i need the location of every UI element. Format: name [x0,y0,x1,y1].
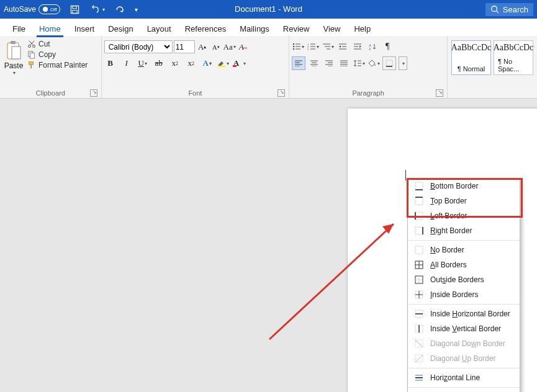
ribbon-tabs: File Home Insert Design Layout Reference… [0,19,537,36]
autosave-label: AutoSave [4,5,36,14]
align-left-button[interactable] [292,56,305,70]
highlight-button[interactable]: ▾ [217,57,230,69]
menu-inside-borders[interactable]: Inside Borders [408,287,520,302]
qat-customize[interactable]: ▾ [133,5,139,14]
svg-rect-69 [415,246,423,254]
font-color-button[interactable]: A▾ [233,57,246,69]
menu-inside-horizontal[interactable]: Inside Horizontal Border [408,306,520,321]
svg-point-18 [292,46,294,48]
justify-button[interactable] [338,57,350,69]
tab-file[interactable]: File [6,22,32,36]
svg-rect-61 [415,182,423,190]
undo-button[interactable]: ▾ [88,4,106,15]
borders-button[interactable] [382,56,396,70]
no-border-icon [414,245,424,255]
menu-diagonal-up: Diagonal Up Border [408,351,520,366]
menu-no-border[interactable]: No Border [408,243,520,257]
show-marks-button[interactable]: ¶ [381,40,394,53]
bold-button[interactable]: B [104,57,117,69]
menu-inside-vertical[interactable]: Inside Vertical Border [408,321,520,336]
menu-bottom-border[interactable]: Bottom Border [408,179,520,194]
svg-rect-1 [72,6,76,8]
svg-rect-11 [30,53,34,58]
shrink-font-button[interactable]: A▾ [210,41,222,53]
clipboard-group-label: Clipboard [36,89,65,97]
svg-point-19 [292,48,294,50]
clipboard-dialog-launcher[interactable]: ↘ [90,89,97,97]
menu-right-border[interactable]: Right Border [408,223,520,238]
inside-vertical-icon [414,324,424,334]
svg-rect-12 [29,62,34,65]
copy-icon [27,50,36,59]
subscript-button[interactable]: x2 [169,57,181,69]
change-case-button[interactable]: Aa▾ [223,41,236,53]
underline-button[interactable]: U▾ [137,57,149,69]
increase-indent-button[interactable] [351,40,364,53]
paste-button[interactable] [4,39,24,61]
svg-rect-16 [233,65,237,67]
borders-menu: Bottom Border TTop Borderop Border Left … [407,178,520,392]
save-button[interactable] [69,4,81,16]
menu-draw-table[interactable]: Draw Table [408,390,520,392]
bullets-button[interactable]: ▾ [292,40,304,53]
inside-horizontal-icon [414,309,424,319]
tab-layout[interactable]: Layout [141,22,178,36]
svg-point-3 [492,6,497,12]
tab-help[interactable]: Help [348,22,377,36]
borders-dropdown-button[interactable]: ▾ [399,56,407,70]
copy-button[interactable]: Copy [26,50,89,60]
autosave-toggle[interactable]: AutoSave Off [4,4,60,14]
title-bar: AutoSave Off ▾ ▾ Document1 - Word Search [0,0,537,19]
sort-button[interactable]: AZ [366,40,379,53]
italic-button[interactable]: I [120,57,133,69]
tab-insert[interactable]: Insert [68,22,101,36]
paragraph-dialog-launcher[interactable]: ↘ [436,89,443,97]
search-label: Search [503,5,528,14]
autosave-pill: Off [38,4,60,14]
tab-view[interactable]: View [317,22,346,36]
tab-design[interactable]: Design [102,22,139,36]
svg-rect-7 [12,47,20,59]
svg-rect-0 [71,6,78,13]
tab-references[interactable]: References [179,22,232,36]
numbering-button[interactable]: 123▾ [307,40,319,53]
svg-rect-67 [415,227,423,234]
menu-horizontal-line[interactable]: Horizontal Line [408,370,520,385]
menu-outside-borders[interactable]: Outside Borders [408,272,520,287]
cut-button[interactable]: Cut [26,39,89,49]
tab-home[interactable]: Home [33,22,67,36]
style-normal[interactable]: AaBbCcDc ¶ Normal [451,40,491,75]
strikethrough-button[interactable]: ab [153,57,165,69]
align-right-button[interactable] [323,57,335,69]
tab-review[interactable]: Review [277,22,316,36]
text-cursor [405,170,406,180]
paragraph-group-label: Paragraph [352,89,384,97]
svg-point-17 [292,43,294,45]
format-painter-button[interactable]: Format Painter [26,60,89,70]
menu-left-border[interactable]: Left Border [408,208,520,223]
paste-more[interactable]: ▾ [13,70,16,76]
shading-button[interactable]: ▾ [368,57,380,69]
horizontal-line-icon [414,373,424,383]
grow-font-button[interactable]: A▴ [196,41,209,53]
font-size-input[interactable] [174,40,195,53]
menu-all-borders[interactable]: All Borders [408,257,520,272]
line-spacing-button[interactable]: ▾ [353,57,365,69]
superscript-button[interactable]: x2 [185,57,197,69]
multilevel-list-button[interactable]: ▾ [322,40,334,53]
text-effects-button[interactable]: A▾ [201,57,214,69]
svg-rect-2 [72,10,77,13]
menu-top-border[interactable]: TTop Borderop Border [408,194,520,208]
align-center-button[interactable] [308,57,320,69]
search-box[interactable]: Search [485,3,533,16]
redo-button[interactable] [114,4,126,15]
svg-text:Z: Z [369,47,371,50]
font-dialog-launcher[interactable]: ↘ [278,89,285,97]
clear-formatting-button[interactable]: A [237,41,250,53]
font-name-select[interactable]: Calibri (Body) [104,40,173,53]
group-font: Calibri (Body) A▴ A▾ Aa▾ A B I U▾ ab x2 … [102,36,289,98]
style-no-spacing[interactable]: AaBbCcDc ¶ No Spac... [494,40,533,75]
tab-mailings[interactable]: Mailings [233,22,276,36]
decrease-indent-button[interactable] [336,40,349,53]
quick-access-toolbar: ▾ ▾ [69,4,139,16]
